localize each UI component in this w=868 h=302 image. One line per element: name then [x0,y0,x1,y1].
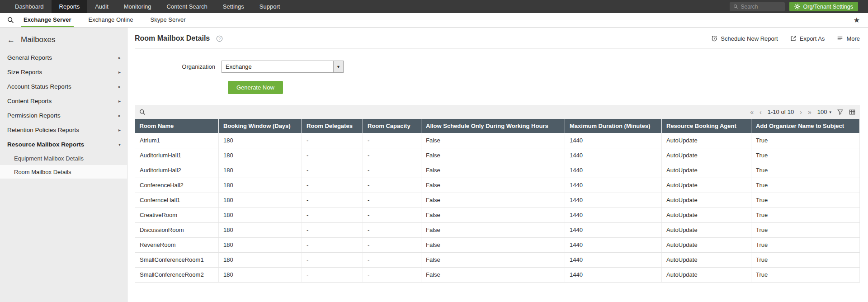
cell-room-name: ConferenceHall2 [135,178,219,193]
top-nav: Dashboard Reports Audit Monitoring Conte… [0,0,868,13]
cell-room-delegates: - [302,222,363,237]
chevron-right-icon: ▸ [118,70,121,75]
cell-room-delegates: - [302,267,363,282]
cell-maximum-duration: 1440 [565,163,662,178]
org-tenant-settings-button[interactable]: Org/Tenant Settings [789,2,858,11]
cell-resource-booking-agent: AutoUpdate [662,267,751,282]
sidebar-item-retention-policies-reports[interactable]: Retention Policies Reports ▸ [0,123,127,137]
svg-text:?: ? [218,36,221,41]
more-label: More [846,35,860,42]
nav-tab-support[interactable]: Support [252,0,288,13]
export-as-button[interactable]: Export As [790,35,825,42]
tab-skype-server[interactable]: Skype Server [148,13,188,27]
cell-room-capacity: - [363,178,421,193]
tab-exchange-server[interactable]: Exchange Server [21,13,74,27]
sidebar-item-permission-reports[interactable]: Permission Reports ▸ [0,108,127,123]
sidebar-item-label: Resource Mailbox Reports [7,141,84,148]
cell-room-name: ConfernceHall1 [135,193,219,208]
cell-booking-window: 180 [219,252,302,267]
table-row: ReverieRoom 180 - - False 1440 AutoUpdat… [135,237,860,252]
gear-icon [794,4,800,9]
nav-tab-audit[interactable]: Audit [87,0,116,13]
cell-maximum-duration: 1440 [565,178,662,193]
cell-maximum-duration: 1440 [565,148,662,163]
col-resource-booking-agent[interactable]: Resource Booking Agent [662,119,751,133]
report-table: Room Name Booking Window (Days) Room Del… [135,119,860,283]
sidebar-item-size-reports[interactable]: Size Reports ▸ [0,65,127,79]
filter-icon[interactable] [837,109,843,115]
last-page-icon[interactable]: » [808,109,811,115]
cell-maximum-duration: 1440 [565,267,662,282]
generate-now-button[interactable]: Generate Now [228,81,283,94]
sidebar-subitem-label: Equipment Mailbox Details [14,155,84,162]
table-row: CreativeRoom 180 - - False 1440 AutoUpda… [135,208,860,222]
column-chooser-icon[interactable] [849,109,855,115]
sidebar-item-resource-mailbox-reports[interactable]: Resource Mailbox Reports ▾ [0,137,127,151]
cell-maximum-duration: 1440 [565,133,662,148]
global-search-input[interactable] [741,4,777,10]
col-booking-window[interactable]: Booking Window (Days) [219,119,302,133]
cell-resource-booking-agent: AutoUpdate [662,208,751,222]
back-arrow-icon[interactable]: ← [7,36,15,44]
cell-add-organizer-name: True [751,267,860,282]
cell-add-organizer-name: True [751,163,860,178]
page-size-caret-icon: ▾ [829,110,831,114]
page-size-value: 100 [817,109,827,115]
favorite-star-icon[interactable]: ★ [854,17,860,24]
nav-tab-settings[interactable]: Settings [215,0,252,13]
cell-room-capacity: - [363,222,421,237]
nav-tab-content-search[interactable]: Content Search [159,0,215,13]
sidebar-item-equipment-mailbox-details[interactable]: Equipment Mailbox Details [0,151,127,165]
sidebar-item-general-reports[interactable]: General Reports ▸ [0,50,127,65]
col-allow-schedule-working-hours[interactable]: Allow Schedule Only During Working Hours [421,119,565,133]
search-icon [733,4,738,9]
page-range-text: 1-10 of 10 [768,109,794,115]
table-row: Atrium1 180 - - False 1440 AutoUpdate Tr… [135,133,860,148]
chevron-right-icon: ▸ [118,113,121,118]
sidebar-item-room-mailbox-details[interactable]: Room Mailbox Details [0,165,127,179]
cell-resource-booking-agent: AutoUpdate [662,148,751,163]
col-add-organizer-name[interactable]: Add Organizer Name to Subject [751,119,860,133]
cell-room-capacity: - [363,237,421,252]
cell-maximum-duration: 1440 [565,237,662,252]
col-room-delegates[interactable]: Room Delegates [302,119,363,133]
prev-page-icon[interactable]: ‹ [760,109,762,115]
schedule-new-report-button[interactable]: Schedule New Report [711,35,778,42]
nav-tab-dashboard[interactable]: Dashboard [7,0,52,13]
table-search-icon[interactable] [139,109,146,115]
page-size-dropdown[interactable]: 100 ▾ [817,109,831,115]
sidebar-item-content-reports[interactable]: Content Reports ▸ [0,94,127,108]
nav-tab-reports[interactable]: Reports [52,0,88,13]
report-search-icon[interactable] [7,17,14,24]
col-maximum-duration[interactable]: Maximum Duration (Minutes) [565,119,662,133]
cell-allow-schedule-working-hours: False [421,178,565,193]
cell-allow-schedule-working-hours: False [421,252,565,267]
first-page-icon[interactable]: « [750,109,754,115]
cell-room-name: AuditoriumHall2 [135,163,219,178]
page-title: Room Mailbox Details [135,34,210,42]
sidebar-subitem-label: Room Mailbox Details [14,169,71,175]
export-icon [790,35,797,42]
tab-exchange-online[interactable]: Exchange Online [86,13,136,27]
col-room-name[interactable]: Room Name [135,119,219,133]
chevron-right-icon: ▸ [118,55,121,60]
nav-tab-monitoring[interactable]: Monitoring [116,0,159,13]
col-room-capacity[interactable]: Room Capacity [363,119,421,133]
cell-resource-booking-agent: AutoUpdate [662,178,751,193]
next-page-icon[interactable]: › [800,109,802,115]
main-content: Room Mailbox Details ? Schedule New Repo… [127,28,868,302]
more-button[interactable]: More [837,35,860,42]
cell-maximum-duration: 1440 [565,252,662,267]
help-icon[interactable]: ? [216,35,223,42]
cell-room-delegates: - [302,193,363,208]
global-search[interactable] [730,2,785,11]
cell-booking-window: 180 [219,193,302,208]
top-nav-tabs: Dashboard Reports Audit Monitoring Conte… [7,0,288,13]
cell-add-organizer-name: True [751,133,860,148]
cell-allow-schedule-working-hours: False [421,148,565,163]
organization-select[interactable]: Exchange ▼ [222,61,344,73]
cell-booking-window: 180 [219,237,302,252]
sidebar-item-label: Retention Policies Reports [7,127,79,133]
sidebar-item-account-status-reports[interactable]: Account Status Reports ▸ [0,79,127,94]
cell-room-name: DiscussionRoom [135,222,219,237]
